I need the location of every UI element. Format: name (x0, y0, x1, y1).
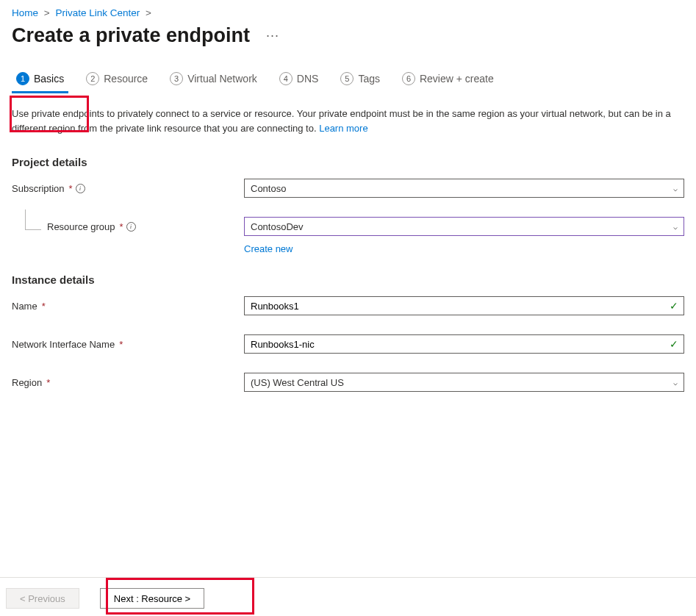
field-row-resource-group: Resource group* i ContosoDev ⌵ (0, 212, 696, 240)
resource-group-select[interactable]: ContosoDev ⌵ (244, 217, 684, 236)
tab-label: DNS (297, 73, 319, 85)
name-input[interactable] (244, 296, 684, 315)
field-row-nic: Network Interface Name* ✓ (0, 330, 696, 358)
tab-label: Tags (358, 73, 380, 85)
tab-dns[interactable]: 4 DNS (275, 66, 323, 93)
field-row-name: Name* ✓ (0, 292, 696, 320)
more-actions-icon[interactable]: ··· (266, 28, 279, 43)
previous-button: < Previous (6, 588, 79, 609)
tab-basics[interactable]: 1 Basics (12, 66, 68, 93)
breadcrumb-home[interactable]: Home (12, 7, 38, 18)
wizard-tabs: 1 Basics 2 Resource 3 Virtual Network 4 … (0, 66, 696, 93)
chevron-right-icon: > (44, 7, 50, 18)
create-new-row: Create new (0, 240, 696, 254)
check-icon: ✓ (670, 300, 678, 312)
chevron-down-icon: ⌵ (673, 379, 678, 387)
tree-indent-icon (25, 209, 41, 230)
step-number-icon: 4 (279, 72, 293, 85)
info-icon[interactable]: i (126, 222, 136, 232)
select-value: ContosoDev (251, 221, 304, 232)
title-bar: Create a private endpoint ··· (0, 23, 696, 66)
nic-input[interactable] (244, 334, 684, 354)
tab-label: Virtual Network (187, 73, 257, 85)
step-number-icon: 3 (170, 72, 183, 85)
check-icon: ✓ (670, 338, 678, 350)
tab-review-create[interactable]: 6 Review + create (398, 66, 498, 93)
tab-label: Resource (104, 73, 148, 85)
info-icon[interactable]: i (76, 184, 85, 193)
tab-resource[interactable]: 2 Resource (82, 66, 152, 93)
learn-more-link[interactable]: Learn more (319, 123, 367, 134)
section-project-details: Project details (0, 137, 696, 174)
select-value: Contoso (251, 183, 286, 194)
next-button[interactable]: Next : Resource > (100, 588, 204, 609)
tab-label: Basics (34, 73, 64, 85)
field-label: Name* (12, 301, 244, 312)
field-label: Subscription* i (12, 183, 244, 194)
breadcrumb: Home > Private Link Center > (0, 0, 696, 23)
wizard-footer: < Previous Next : Resource > (0, 577, 696, 616)
tab-label: Review + create (420, 73, 494, 85)
section-instance-details: Instance details (0, 254, 696, 292)
tab-tags[interactable]: 5 Tags (336, 66, 384, 93)
page-title: Create a private endpoint (12, 24, 250, 47)
description-text: Use private endpoints to privately conne… (0, 101, 684, 137)
step-number-icon: 1 (16, 72, 29, 85)
field-label: Region* (12, 377, 244, 388)
select-value: (US) West Central US (251, 377, 344, 388)
breadcrumb-private-link-center[interactable]: Private Link Center (55, 7, 140, 18)
create-new-link[interactable]: Create new (244, 243, 293, 254)
field-label: Resource group* i (12, 221, 244, 232)
chevron-right-icon: > (146, 7, 151, 18)
chevron-down-icon: ⌵ (673, 185, 678, 193)
step-number-icon: 6 (402, 72, 415, 85)
tab-virtual-network[interactable]: 3 Virtual Network (165, 66, 262, 93)
step-number-icon: 5 (340, 72, 354, 85)
field-label: Network Interface Name* (12, 339, 244, 350)
region-select[interactable]: (US) West Central US ⌵ (244, 373, 684, 392)
field-row-region: Region* (US) West Central US ⌵ (0, 368, 696, 396)
field-row-subscription: Subscription* i Contoso ⌵ (0, 174, 696, 202)
chevron-down-icon: ⌵ (673, 223, 678, 231)
subscription-select[interactable]: Contoso ⌵ (244, 179, 684, 198)
step-number-icon: 2 (86, 72, 99, 85)
